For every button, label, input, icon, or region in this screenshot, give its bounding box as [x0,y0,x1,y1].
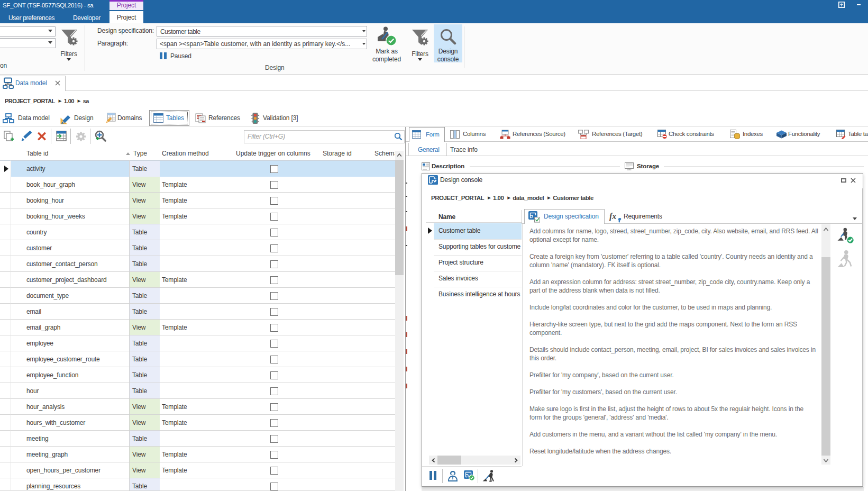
svg-text:fx: fx [609,212,616,221]
